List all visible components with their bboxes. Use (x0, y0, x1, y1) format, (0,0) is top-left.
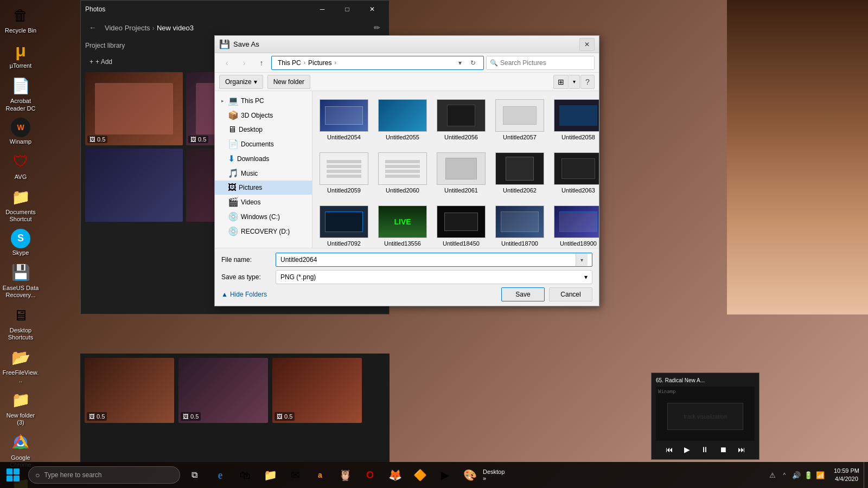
strip-thumb-1[interactable]: 🖼 0.5 (85, 358, 174, 423)
file-item-untitled2055[interactable]: Untitled2055 (375, 95, 430, 144)
help-button[interactable]: ? (580, 75, 595, 89)
file-item-untitled7092[interactable]: Untitled7092Untitled 709-710 (317, 202, 371, 248)
file-item-untitled18450[interactable]: Untitled18450 (434, 202, 488, 248)
taskbar-paint-button[interactable]: 🎨 (458, 463, 482, 487)
tray-network-icon[interactable]: 📶 (815, 470, 825, 480)
file-item-untitled13556[interactable]: LIVE Untitled13556 (375, 202, 430, 248)
tree-item-this-pc[interactable]: ▸ 💻 This PC (215, 93, 312, 108)
taskbar-vlc-button[interactable]: 🔶 (408, 463, 432, 487)
tree-item-videos[interactable]: 🎬 Videos (215, 195, 312, 209)
file-item-untitled2058[interactable]: Untitled2058 (551, 95, 599, 144)
taskbar-date-display: 4/4/2020 (834, 475, 859, 483)
taskbar-clock[interactable]: 10:59 PM 4/4/2020 (829, 467, 864, 484)
icon-avg[interactable]: 🛡 AVG (1, 149, 40, 183)
minimize-button[interactable]: ─ (310, 1, 335, 18)
task-view-button[interactable]: ⧉ (182, 463, 206, 487)
tree-item-downloads[interactable]: ⬇ Downloads (215, 151, 312, 166)
icon-easeus[interactable]: 💾 EaseUS Data Recovery... (1, 260, 40, 301)
file-name-text-input[interactable] (280, 256, 576, 264)
new-folder-button[interactable]: New folder (267, 75, 310, 89)
file-item-untitled2063[interactable]: Untitled2063 (551, 149, 599, 197)
addr-pictures[interactable]: Pictures (307, 59, 333, 67)
icon-new-folder[interactable]: 📁 New folder (3) (1, 387, 40, 428)
dialog-close-button[interactable]: ✕ (579, 38, 595, 51)
save-button[interactable]: Save (501, 287, 545, 301)
taskbar-tripadvisor-button[interactable]: 🦉 (333, 463, 357, 487)
photo-thumb-1[interactable]: 🖼 0.5 (85, 72, 183, 145)
strip-thumb-3[interactable]: 🖼 0.5 (272, 358, 362, 423)
file-name-input[interactable]: ▾ (276, 253, 592, 267)
breadcrumb-video-projects[interactable]: Video Projects (105, 24, 150, 32)
pause-button[interactable]: ⏸ (698, 444, 712, 455)
taskbar-folder-button[interactable]: 📁 (258, 463, 282, 487)
taskbar-search-input[interactable] (44, 471, 152, 479)
tray-battery-icon[interactable]: 🔋 (803, 470, 813, 480)
address-refresh-button[interactable]: ↻ (467, 57, 479, 69)
tree-item-recovery-d[interactable]: 💿 RECOVERY (D:) (215, 224, 312, 239)
icon-winamp[interactable]: W Winamp (1, 115, 40, 147)
photo-thumb-4[interactable] (85, 149, 183, 222)
icon-desktop-shortcuts[interactable]: 🖥 Desktop Shortcuts (1, 302, 40, 343)
view-button[interactable]: ⊞ (553, 75, 569, 89)
file-item-untitled2057[interactable]: Untitled2057 (493, 95, 547, 144)
file-item-untitled2062[interactable]: Untitled2062 (493, 149, 547, 197)
file-type-select[interactable]: PNG (*.png) ▾ (276, 270, 592, 284)
dialog-back-button[interactable]: ‹ (219, 56, 234, 70)
cancel-button[interactable]: Cancel (549, 287, 592, 301)
icon-acrobat[interactable]: 📄 Acrobat Reader DC (1, 73, 40, 114)
taskbar-ie-button[interactable]: e (208, 463, 232, 487)
search-input[interactable] (500, 59, 591, 67)
taskbar-desktop-label[interactable]: Desktop » (483, 463, 507, 487)
maximize-button[interactable]: □ (335, 1, 360, 18)
address-bar[interactable]: This PC › Pictures › ▾ ↻ (271, 56, 484, 70)
dialog-forward-button[interactable]: › (237, 56, 252, 70)
file-name-dropdown[interactable]: ▾ (576, 253, 588, 266)
taskbar-mail-button[interactable]: ✉ (283, 463, 307, 487)
taskbar-store-button[interactable]: 🛍 (233, 463, 257, 487)
icon-utorrent[interactable]: μ µTorrent (1, 37, 40, 72)
icon-skype[interactable]: S Skype (1, 227, 40, 259)
taskbar-search-box[interactable]: ○ (28, 466, 180, 484)
view-dropdown-button[interactable]: ▾ (569, 75, 580, 89)
file-item-untitled18700[interactable]: Untitled18700 (493, 202, 547, 248)
address-dropdown-button[interactable]: ▾ (454, 57, 466, 69)
hide-folders-button[interactable]: ▲ Hide Folders (221, 291, 267, 298)
file-item-untitled18900[interactable]: Untitled18900 (551, 202, 599, 248)
taskbar-amazon-button[interactable]: a (308, 463, 332, 487)
play-button[interactable]: ▶ (681, 444, 693, 455)
tree-item-desktop[interactable]: 🖥 Desktop (215, 123, 312, 137)
tray-volume-icon[interactable]: 🔊 (792, 470, 801, 480)
file-name-untitled18450: Untitled18450 (443, 240, 480, 247)
show-desktop-button[interactable] (864, 462, 868, 488)
icon-recycle-bin[interactable]: 🗑 Recycle Bin (1, 2, 40, 36)
addr-this-pc[interactable]: This PC (276, 59, 303, 67)
file-item-untitled2059[interactable]: Untitled2059 (317, 149, 371, 197)
icon-freefileview[interactable]: 📂 FreeFileView... (1, 344, 40, 386)
next-track-button[interactable]: ⏭ (735, 444, 749, 455)
taskbar-opera-button[interactable]: O (358, 463, 382, 487)
file-item-untitled2061[interactable]: Untitled2061 (434, 149, 488, 197)
tree-item-windows-c[interactable]: 💿 Windows (C:) (215, 209, 312, 224)
search-box[interactable]: 🔍 (486, 56, 595, 70)
icon-documents-shortcut[interactable]: 📁 Documents Shortcut (1, 184, 40, 225)
tray-expand-icon[interactable]: ^ (780, 470, 789, 480)
tree-item-documents[interactable]: 📄 Documents (215, 137, 312, 151)
back-button[interactable]: ← (85, 20, 100, 35)
dialog-up-button[interactable]: ↑ (254, 56, 269, 70)
tree-item-music[interactable]: 🎵 Music (215, 166, 312, 181)
tray-warning-icon[interactable]: ⚠ (768, 470, 777, 480)
tree-item-3d-objects[interactable]: 📦 3D Objects (215, 108, 312, 123)
file-item-untitled2056[interactable]: Untitled2056 (434, 95, 488, 144)
file-item-untitled2060[interactable]: Untitled2060 (375, 149, 430, 197)
start-button[interactable] (0, 462, 26, 488)
organize-button[interactable]: Organize ▾ (219, 75, 263, 89)
edit-button[interactable]: ✏ (369, 20, 385, 35)
prev-track-button[interactable]: ⏮ (662, 444, 676, 455)
close-button[interactable]: ✕ (360, 1, 385, 18)
taskbar-media-button[interactable]: ▶ (433, 463, 457, 487)
stop-button[interactable]: ⏹ (716, 444, 730, 455)
strip-thumb-2[interactable]: 🖼 0.5 (178, 358, 268, 423)
tree-item-pictures[interactable]: 🖼 Pictures (215, 181, 312, 195)
taskbar-firefox-button[interactable]: 🦊 (383, 463, 407, 487)
file-item-untitled2054[interactable]: Untitled2054 (317, 95, 371, 144)
